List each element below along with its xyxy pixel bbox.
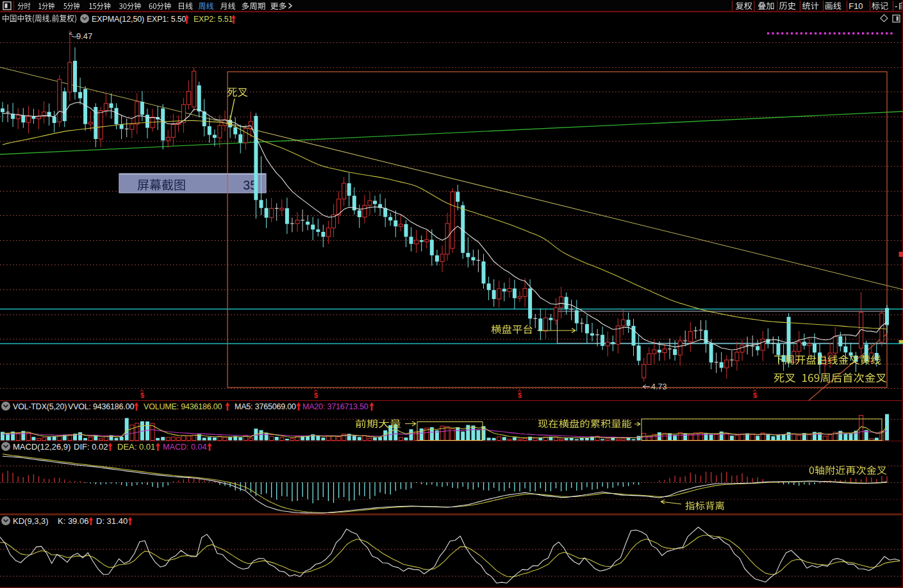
svg-text:-: - <box>895 1 897 11</box>
svg-text:DIF: 0.02: DIF: 0.02 <box>74 442 108 452</box>
svg-text:VOLUME: 9436186.00: VOLUME: 9436186.00 <box>144 402 222 411</box>
svg-text:VOL-TDX(5,20): VOL-TDX(5,20) <box>13 402 67 411</box>
svg-text:VVOL: 9436186.00: VVOL: 9436186.00 <box>68 402 134 411</box>
svg-text:EXP2: 5.51: EXP2: 5.51 <box>194 15 233 24</box>
svg-text:MACD: 0.04: MACD: 0.04 <box>163 443 207 452</box>
svg-text:EXPMA(12,50): EXPMA(12,50) <box>92 15 144 24</box>
svg-text:$: $ <box>753 391 757 399</box>
svg-text:MACD(12,26,9): MACD(12,26,9) <box>13 442 70 452</box>
svg-text:$: $ <box>140 391 144 399</box>
svg-text:DEA: 0.01: DEA: 0.01 <box>117 442 155 452</box>
svg-text:D: 31.40: D: 31.40 <box>96 516 128 526</box>
svg-text:9.47: 9.47 <box>76 31 92 41</box>
svg-text:$: $ <box>314 391 318 399</box>
svg-text:K: 39.06: K: 39.06 <box>58 516 88 526</box>
svg-text:EXP1: 5.50: EXP1: 5.50 <box>147 15 186 24</box>
svg-text:MA5: 3765069.00: MA5: 3765069.00 <box>235 402 296 411</box>
svg-text:F10: F10 <box>849 1 863 11</box>
svg-text:KD(9,3,3): KD(9,3,3) <box>13 516 49 526</box>
svg-text:4.73: 4.73 <box>651 382 667 391</box>
svg-text:MA20: 3716713.50: MA20: 3716713.50 <box>302 402 369 411</box>
svg-text:$: $ <box>518 391 522 399</box>
